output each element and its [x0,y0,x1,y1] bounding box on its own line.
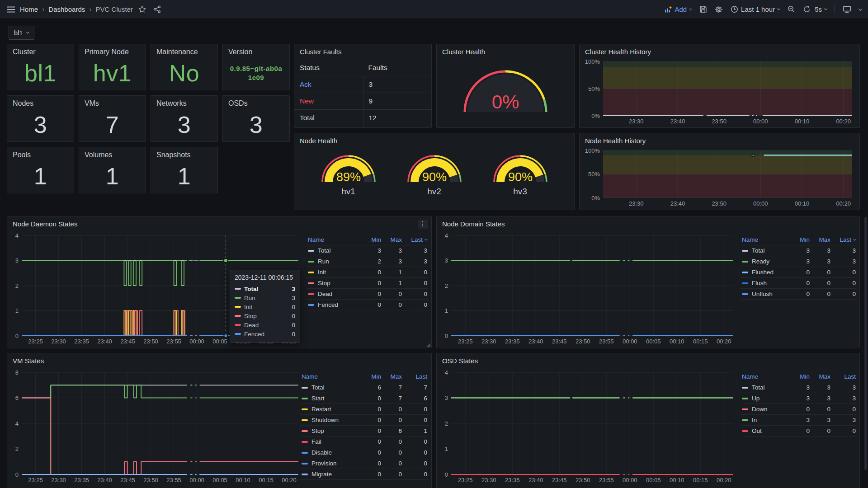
panel-title[interactable]: Cluster Faults [294,44,431,59]
time-range-picker[interactable]: Last 1 hour [731,5,780,13]
legend-header-last[interactable]: Last [403,371,429,382]
legend-series-name[interactable]: Fail [300,436,362,447]
legend-header-last[interactable]: Last [403,235,429,245]
legend-header-min[interactable]: Min [362,235,382,245]
legend-series-name[interactable]: Total [307,245,362,256]
legend-header-last[interactable]: Last [832,371,857,382]
svg-text:50%: 50% [588,85,600,92]
svg-text:00:20: 00:20 [717,477,731,483]
stat-title[interactable]: Maintenance [151,44,217,60]
node-health-gauge: 89%hv1 [315,150,382,197]
legend-series-name[interactable]: Total [741,382,790,393]
legend-table: NameMinMaxLastTotal333Ready333Flushed000… [741,235,857,300]
panel-resize-handle[interactable] [426,343,430,347]
legend-series-name[interactable]: Unflush [741,289,790,300]
node-health-history-chart[interactable]: 23:3023:4023:5000:0000:1000:200%50%100% [583,147,856,208]
breadcrumb-dashboards[interactable]: Dashboards [48,5,85,13]
panel-title[interactable]: Node Domain States [437,216,859,231]
legend-series-name[interactable]: Start [300,393,362,404]
legend-series-name[interactable]: In [741,415,790,426]
refresh-interval-picker[interactable]: 5s [815,5,827,13]
legend-series-name[interactable]: Flush [741,278,790,289]
zoom-out-time-button[interactable] [788,5,795,13]
legend-series-name[interactable]: Up [741,393,790,404]
stat-title[interactable]: Snapshots [151,147,217,163]
stat-title[interactable]: VMs [79,96,146,111]
panel-title[interactable]: Node Health History [580,133,859,148]
favorite-button[interactable] [138,5,146,13]
panel-menu-button[interactable]: ⋮ [418,220,428,229]
legend-series-name[interactable]: Ready [741,256,790,267]
legend-header-max[interactable]: Max [382,371,403,382]
svg-text:23:40: 23:40 [97,338,112,345]
legend-header-min[interactable]: Min [790,235,811,245]
refresh-button[interactable] [803,5,811,13]
faults-status-cell[interactable]: Ack [294,76,363,93]
variable-dropdown-cluster[interactable]: bl1 [9,26,34,40]
osd-states-chart[interactable]: 23:2523:3023:3523:4023:4523:5023:5500:00… [439,369,738,484]
legend-header-max[interactable]: Max [382,235,403,245]
legend-series-name[interactable]: Stop [307,278,362,289]
series-color-swatch [308,272,314,273]
series-color-swatch [302,398,308,399]
legend-header-name[interactable]: Name [300,371,362,382]
nav-collapse-button[interactable] [859,8,862,11]
add-button[interactable]: Add [665,5,692,13]
stat-title[interactable]: Networks [151,96,217,111]
legend-header-min[interactable]: Min [790,371,811,382]
legend-series-name[interactable]: Provision [300,458,362,469]
svg-text:0%: 0% [591,195,600,202]
legend-header-name[interactable]: Name [741,235,790,245]
legend-header-name[interactable]: Name [741,371,790,382]
legend-series-name[interactable]: Restart [300,404,362,415]
cluster-health-history-chart[interactable]: 23:3023:4023:5000:0000:1000:200%50%100% [583,58,856,126]
breadcrumb-home[interactable]: Home [20,5,38,13]
legend-header-last[interactable]: Last [832,235,857,245]
menu-button[interactable] [6,6,15,13]
stat-title[interactable]: Nodes [7,96,74,111]
dashboard-settings-button[interactable] [715,5,723,14]
legend-series-name[interactable]: Out [741,426,790,436]
legend-header-max[interactable]: Max [811,371,832,382]
node-gauge-label: hv3 [486,187,554,197]
legend-series-name[interactable]: Stop [300,426,362,436]
stat-title[interactable]: OSDs [223,96,289,111]
share-button[interactable] [153,5,161,13]
stat-title[interactable]: Primary Node [79,44,146,60]
node-domain-states-chart[interactable]: 23:2523:3023:3523:4023:4523:5023:5500:00… [439,232,738,346]
faults-status-cell[interactable]: New [294,93,363,109]
legend-series-name[interactable]: Disable [300,447,362,458]
legend-series-name[interactable]: Dead [307,289,362,300]
chevron-down-icon [824,7,827,10]
tv-mode-button[interactable] [843,5,851,13]
legend-header-max[interactable]: Max [811,235,832,245]
legend-series-name[interactable]: Shutdown [300,415,362,426]
legend-series-name[interactable]: Fenced [307,300,362,310]
legend-series-name[interactable]: Migrate [300,469,362,480]
stat-title[interactable]: Pools [7,147,74,163]
panel-title[interactable]: Node Health [294,133,574,148]
legend-series-name[interactable]: Flushed [741,267,790,278]
save-dashboard-button[interactable] [699,5,707,13]
panel-node-health-history: Node Health History 23:3023:4023:5000:00… [579,133,860,210]
legend-max-value: 0 [382,404,403,415]
panel-title[interactable]: OSD States [437,353,859,368]
panel-title[interactable]: Cluster Health [437,44,574,59]
legend-series-name[interactable]: Init [307,267,362,278]
legend-series-name[interactable]: Run [307,256,362,267]
scrollbar-thumb[interactable] [864,217,867,470]
vm-states-chart[interactable]: 23:2523:3023:3523:4023:4523:5023:5500:00… [10,369,303,484]
star-icon [138,5,146,13]
legend-series-name[interactable]: Down [741,404,790,415]
legend-series-name[interactable]: Total [300,382,362,393]
stat-title[interactable]: Cluster [7,44,74,60]
panel-title[interactable]: Cluster Health History [580,44,859,59]
legend-header-name[interactable]: Name [307,235,362,245]
panel-title[interactable]: Node Daemon States [7,216,431,231]
legend-series-name[interactable]: Total [741,245,790,256]
legend-max-value: 3 [811,382,832,393]
stat-title[interactable]: Volumes [79,147,146,163]
legend-header-min[interactable]: Min [362,371,382,382]
stat-title[interactable]: Version [223,44,289,60]
panel-title[interactable]: VM States [7,353,431,368]
